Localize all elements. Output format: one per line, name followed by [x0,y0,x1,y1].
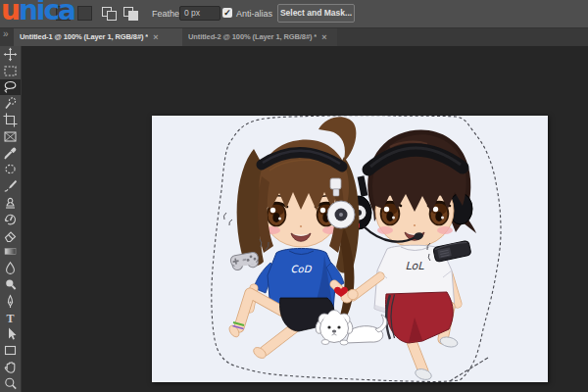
blur-tool[interactable] [0,260,21,276]
canvas[interactable]: LoL [152,116,548,382]
close-icon[interactable]: × [321,32,326,42]
tab-untitled-1[interactable]: Untitled-1 @ 100% (Layer 1, RGB/8#) * × [14,27,182,46]
hand-tool[interactable] [0,359,21,375]
rectangle-shape-tool[interactable] [0,342,21,359]
eyedropper-tool[interactable] [0,145,21,162]
girl-headphone-adjuster [330,178,341,189]
dodge-tool[interactable] [0,276,21,293]
phone [433,240,471,262]
add-to-selection-icon[interactable] [77,6,92,21]
pen-tool[interactable] [0,293,21,310]
move-tool[interactable] [0,46,21,63]
clone-stamp-tool[interactable] [0,194,21,211]
frame-tool[interactable] [0,128,21,145]
quick-selection-tool[interactable] [0,95,21,112]
anti-alias-label: Anti-alias [236,9,272,19]
tab-untitled-2[interactable]: Untitled-2 @ 100% (Layer 1, RGB/8#) * × [182,27,337,46]
path-selection-tool[interactable] [0,326,21,343]
history-brush-tool[interactable] [0,211,21,227]
anti-alias-checkbox[interactable]: ✓ [222,8,232,18]
girl-emphasis-lines [223,213,232,225]
girl-shirt-text: CoD [291,264,313,274]
boy-shirt-text: LoL [406,260,425,272]
feather-input[interactable]: 0 px [179,6,220,21]
gradient-tool[interactable] [0,244,21,261]
tab-label: Untitled-1 @ 100% (Layer 1, RGB/8#) * [20,32,148,41]
select-and-mask-button[interactable]: Select and Mask... [277,4,355,23]
svg-text:T: T [6,312,14,325]
subtract-from-selection-icon[interactable] [102,7,117,21]
close-icon[interactable]: × [153,32,158,42]
zoom-tool[interactable] [0,375,21,392]
boy-sock-right [439,335,459,348]
canvas-artwork: LoL [152,116,548,382]
unica-logo: unica [1,0,74,26]
dog [314,311,386,346]
type-tool[interactable]: T [0,310,21,326]
tab-overflow-chevrons[interactable]: » [3,28,9,39]
tools-panel: T [0,46,22,392]
spot-healing-tool[interactable] [0,162,21,178]
eraser-tool[interactable] [0,227,21,244]
game-controller [230,252,260,271]
lasso-tool[interactable] [0,79,21,96]
brush-tool[interactable] [0,177,21,194]
intersect-with-selection-icon[interactable] [123,7,138,21]
logo-letters-nica: nica [19,0,74,26]
logo-letter-u: u [1,0,19,26]
tab-label: Untitled-2 @ 100% (Layer 1, RGB/8#) * [188,32,317,41]
rectangular-marquee-tool[interactable] [0,63,21,79]
dog-tail [375,315,387,332]
tab-bar: » Untitled-1 @ 100% (Layer 1, RGB/8#) * … [0,27,588,46]
options-bar: unica Feather: 0 px ✓ Anti-alias Select … [0,0,588,28]
crop-tool[interactable] [0,112,21,128]
